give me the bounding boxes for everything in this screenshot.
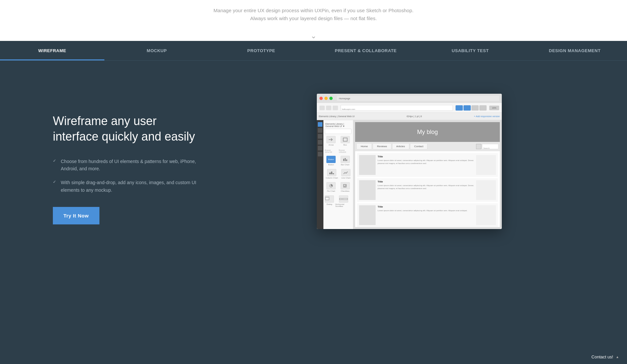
column-chart-label: Column Chart [326, 177, 338, 179]
line-chart-label: Line Chart [341, 177, 350, 179]
svg-rect-2 [345, 158, 346, 161]
page-nav-reviews[interactable]: Reviews [373, 143, 391, 149]
page-search-box[interactable]: Search [482, 144, 498, 149]
tab-design-management[interactable]: DESIGN MANAGEMENT [523, 41, 627, 60]
top-line1: Manage your entire UX design process wit… [213, 7, 413, 15]
left-tool-2[interactable] [318, 128, 322, 133]
toolbar-nav-forward[interactable] [326, 106, 331, 110]
svg-rect-0 [343, 138, 347, 141]
left-tool-cursor[interactable] [318, 122, 322, 127]
toolbar-action-3[interactable] [471, 105, 479, 111]
toolbar-zoom: 100% [489, 106, 499, 110]
sidebar-row-3: Column Chart Line Chart [325, 169, 351, 179]
left-tool-5[interactable] [318, 146, 322, 150]
sidebar-row-4: Pie Chart Checkbox [325, 182, 351, 192]
left-tool-6[interactable] [318, 152, 322, 156]
box-icon-shape [341, 136, 350, 143]
button-icon-shape: Button [326, 156, 336, 163]
dialog-label: Dialog [326, 203, 332, 205]
svg-rect-4 [329, 173, 331, 174]
top-line2: Always work with your layered design fil… [250, 15, 377, 22]
page-nav-home[interactable]: Home [356, 143, 372, 149]
sidebar-search[interactable] [325, 129, 351, 134]
pie-chart-label: Pie Chart [327, 190, 335, 192]
content-sidebar-1 [476, 155, 496, 175]
contact-button[interactable]: Contact us! ▲ [583, 350, 627, 364]
svg-rect-12 [341, 198, 343, 200]
sidebar-item-arrow[interactable]: Arrow [326, 136, 336, 146]
contact-label: Contact us! [591, 354, 613, 359]
dialog-shape [325, 195, 334, 203]
tab-wireframe[interactable]: WIREFRAME [0, 41, 104, 60]
page-content: Title Lorem ipsum dolor sit amet, consec… [355, 151, 500, 227]
svg-rect-1 [343, 159, 344, 161]
toolbar-action-1[interactable] [456, 105, 463, 111]
column-chart-shape [327, 169, 336, 176]
toolbar-nav-back[interactable] [319, 106, 325, 110]
left-tool-4[interactable] [318, 140, 322, 145]
content-img-3 [359, 205, 376, 225]
content-img-1 [359, 155, 376, 175]
sidebar-label: Elements Library | General Web UI ▼ [325, 123, 351, 127]
sidebar-row-2: Button Button [325, 156, 351, 166]
sidebar-item-pie-chart[interactable]: Pie Chart [326, 182, 336, 192]
tab-present-collaborate[interactable]: PRESENT & COLLABORATE [314, 41, 418, 60]
page-banner: My blog [355, 122, 500, 142]
content-img-2 [359, 180, 376, 200]
left-toolbar [317, 120, 323, 229]
sidebar-item-box[interactable]: Box [341, 136, 350, 146]
content-body-3: Lorem ipsum dolor sit amet, consectetur … [378, 209, 474, 212]
try-it-now-button[interactable]: Try It Now [53, 207, 99, 224]
toolbar-refresh[interactable] [333, 106, 338, 110]
tab-prototype[interactable]: PROTOTYPE [209, 41, 314, 60]
sidebar-item-dialog[interactable]: Dialog [325, 195, 334, 207]
scroll-chevron[interactable]: ⌄ [0, 29, 627, 41]
bar-chart-icon-shape [341, 156, 350, 163]
toolbar-action-4[interactable] [479, 105, 487, 111]
line-chart-shape [341, 169, 350, 176]
svg-rect-10 [325, 197, 329, 198]
browser-minimize-dot [324, 97, 328, 100]
browser-subtoolbar: Elements Library | General Web UI 624px … [317, 113, 502, 120]
main-content: Wireframe any user interface quickly and… [0, 61, 627, 298]
sidebar-item-checkbox[interactable]: Checkbox [341, 182, 350, 192]
browser-mockup: Homepage hellouxpin.com [317, 94, 502, 229]
content-text-3: Title Lorem ipsum dolor sit amet, consec… [378, 205, 474, 225]
feature-item-1: Choose from hundreds of UI elements & pa… [53, 158, 205, 173]
sidebar-item-column-chart[interactable]: Column Chart [326, 169, 338, 179]
sidebar-item-line-chart[interactable]: Line Chart [341, 169, 350, 179]
browser-body: Elements Library | General Web UI ▼ Arro… [317, 120, 502, 229]
page-nav-contact[interactable]: Contact [410, 143, 428, 149]
screenshot-section: Homepage hellouxpin.com [205, 87, 627, 229]
sidebar-item-button[interactable]: Button Button [326, 156, 336, 166]
page-nav-articles[interactable]: Articles [392, 143, 409, 149]
browser-chrome-bar: Homepage [317, 94, 502, 103]
page-banner-title: My blog [417, 129, 438, 136]
left-tool-3[interactable] [318, 134, 322, 139]
content-block-2: Title Lorem ipsum dolor sit amet, consec… [357, 178, 498, 202]
elements-library-sidebar: Elements Library | General Web UI ▼ Arro… [323, 120, 353, 229]
sidebar-item-bar-chart[interactable]: Bar Chart [341, 156, 350, 166]
checkbox-label: Checkbox [341, 190, 350, 192]
content-body-2: Lorem ipsum dolor sit amet, consectetur … [378, 184, 474, 190]
content-text-1: Title Lorem ipsum dolor sit amet, consec… [378, 155, 474, 175]
tab-usability-test[interactable]: USABILITY TEST [418, 41, 522, 60]
sidebar-item-horiz-scrollbar[interactable]: Horizontal Scrollbar [335, 195, 351, 207]
browser-maximize-dot [329, 97, 333, 100]
svg-rect-6 [333, 173, 334, 174]
sidebar-icons: Arrow Box [325, 136, 351, 209]
content-title-3: Title [378, 205, 474, 208]
toolbar-address-bar[interactable]: hellouxpin.com [341, 105, 453, 111]
horiz-scrollbar-shape [339, 195, 348, 203]
content-sidebar-3 [476, 205, 496, 225]
browser-toolbar: hellouxpin.com 100% [317, 103, 502, 113]
chevron-down-icon: ⌄ [311, 32, 316, 41]
content-body-1: Lorem ipsum dolor sit amet, consectetur … [378, 159, 474, 165]
content-block-1: Title Lorem ipsum dolor sit amet, consec… [357, 153, 498, 177]
page-nav-bar: Home Reviews Articles Contact Search [355, 142, 500, 151]
resize-handle [476, 144, 481, 149]
tab-mockup[interactable]: MOCKUP [104, 41, 209, 60]
arrow-icon-shape [326, 136, 336, 143]
toolbar-action-2[interactable] [463, 105, 471, 111]
pie-chart-shape [326, 182, 336, 189]
